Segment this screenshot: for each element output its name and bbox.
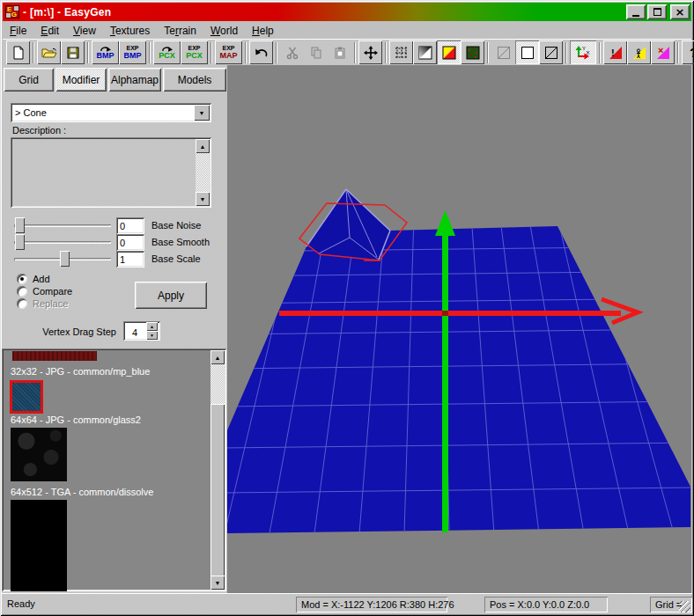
error-check-button[interactable]: × — [651, 40, 675, 64]
move-vertex-button[interactable] — [358, 40, 382, 64]
base-noise-slider[interactable] — [14, 216, 111, 234]
tab-alphamap[interactable]: Alphamap — [108, 68, 161, 92]
radio-compare-label: Compare — [33, 286, 72, 297]
arrow-up-icon: ▲ — [150, 324, 154, 329]
chevron-down-icon: ▼ — [199, 110, 205, 116]
menu-view[interactable]: View — [66, 23, 103, 39]
description-label: Description : — [12, 125, 66, 136]
modifier-preset-combobox[interactable]: > Cone ▼ — [11, 103, 211, 122]
title-bar: E G - [m:\] - EasyGen × — [3, 3, 691, 21]
scroll-down-button[interactable]: ▼ — [210, 576, 225, 590]
base-noise-label: Base Noise — [151, 220, 201, 231]
cut-button[interactable] — [280, 40, 304, 64]
texture-thumbnail[interactable] — [11, 500, 67, 591]
undo-button[interactable] — [249, 40, 273, 64]
undo-arrow-icon — [255, 47, 269, 59]
menu-world[interactable]: World — [203, 23, 245, 39]
apply-button[interactable]: Apply — [135, 282, 207, 309]
terrain-mesh[interactable] — [227, 189, 690, 533]
scroll-down-button[interactable]: ▼ — [196, 192, 210, 206]
texture-caption: 32x32 - JPG - common/mp_blue — [11, 366, 150, 377]
base-noise-value[interactable] — [116, 217, 144, 234]
base-noise-slider-thumb[interactable] — [15, 217, 25, 233]
svg-text:Y: Y — [582, 46, 586, 51]
menu-help[interactable]: Help — [245, 23, 281, 39]
texture-thumbnail-partial[interactable] — [12, 351, 97, 361]
radio-add[interactable]: Add — [17, 273, 50, 284]
export-bmp-button[interactable]: EXP BMP — [119, 40, 146, 64]
check-warnings-button[interactable]: ! — [603, 40, 627, 64]
minimize-button[interactable] — [626, 4, 646, 19]
radio-replace: Replace — [17, 297, 68, 309]
save-button[interactable] — [61, 40, 85, 64]
combobox-dropdown-button[interactable]: ▼ — [194, 105, 210, 121]
copy-button[interactable] — [304, 40, 328, 64]
menu-edit[interactable]: Edit — [33, 23, 66, 39]
svg-text:X: X — [587, 50, 590, 55]
menu-textures[interactable]: Textures — [103, 23, 157, 39]
base-smooth-value[interactable] — [116, 234, 144, 251]
left-panel: Grid Modifier Alphamap Models > Cone ▼ D… — [2, 65, 227, 593]
radio-replace-label: Replace — [33, 298, 68, 309]
tab-grid[interactable]: Grid — [4, 68, 54, 92]
svg-text:!: ! — [611, 48, 615, 58]
close-button[interactable]: × — [670, 4, 690, 19]
help-icon: ? — [690, 45, 694, 60]
base-scale-slider-thumb[interactable] — [60, 251, 70, 267]
spin-up-button[interactable]: ▲ — [146, 322, 158, 331]
radio-compare[interactable]: Compare — [17, 285, 72, 297]
easygen-logo-icon: E G — [5, 5, 19, 18]
diagonal-square-button[interactable] — [539, 40, 563, 64]
color-view-button[interactable] — [437, 40, 461, 64]
scrollbar-thumb[interactable] — [210, 404, 225, 576]
player-clip-button[interactable] — [627, 40, 651, 64]
radio-selected-icon — [17, 274, 27, 284]
base-smooth-slider[interactable] — [14, 233, 111, 251]
tab-modifier[interactable]: Modifier — [55, 68, 107, 92]
help-button[interactable]: ? — [682, 40, 694, 64]
paste-button[interactable] — [328, 40, 351, 64]
minimize-icon — [632, 15, 639, 17]
new-button[interactable] — [6, 40, 30, 64]
texture-list[interactable]: 32x32 - JPG - common/mp_blue 64x64 - JPG… — [2, 348, 226, 591]
status-bar: Ready Mod = X:-1122 Y:1206 R:380 H:276 P… — [2, 593, 692, 614]
tab-models[interactable]: Models — [163, 68, 226, 92]
import-bmp-button[interactable]: BMP — [92, 40, 119, 64]
vertex-drag-step-spinner[interactable]: ▲ ▼ — [123, 321, 160, 341]
texture-view-button[interactable] — [461, 40, 484, 64]
move-cross-icon — [364, 46, 378, 60]
base-smooth-slider-thumb[interactable] — [15, 234, 25, 250]
texture-thumbnail-selected[interactable] — [10, 380, 43, 414]
diagonal-square-icon — [544, 46, 558, 60]
scroll-up-button[interactable]: ▲ — [210, 350, 225, 364]
open-button[interactable] — [37, 40, 61, 64]
scroll-up-button[interactable]: ▲ — [196, 139, 210, 153]
paste-clipboard-icon — [333, 46, 347, 60]
export-map-button[interactable]: EXP MAP — [215, 40, 242, 64]
wire-alpha-button[interactable] — [491, 40, 515, 64]
base-scale-value[interactable] — [116, 251, 144, 268]
shade-view-button[interactable] — [413, 40, 437, 64]
resize-grip[interactable] — [679, 601, 690, 612]
menu-terrain[interactable]: Terrain — [157, 23, 203, 39]
radio-add-label: Add — [33, 274, 50, 284]
import-pcx-button[interactable]: PCX — [153, 40, 181, 64]
terrain-peak[interactable] — [306, 189, 390, 260]
3d-viewport[interactable] — [227, 65, 691, 593]
maximize-button[interactable] — [647, 4, 667, 19]
texture-caption: 64x512 - TGA - common/dissolve — [11, 487, 153, 497]
solid-square-button[interactable] — [515, 40, 539, 64]
show-axes-button[interactable]: YX — [570, 40, 596, 64]
description-textarea[interactable]: ▲ ▼ — [11, 137, 211, 208]
vertex-drag-step-input[interactable] — [123, 321, 146, 341]
arrow-down-icon: ▼ — [215, 580, 221, 586]
base-scale-slider[interactable] — [14, 250, 111, 268]
grid-view-button[interactable] — [389, 40, 413, 64]
texture-list-scrollbar[interactable]: ▲ ▼ — [210, 350, 225, 590]
spin-down-button[interactable]: ▼ — [146, 331, 158, 340]
export-pcx-button[interactable]: EXP PCX — [181, 40, 208, 64]
menu-file[interactable]: File — [3, 23, 33, 39]
description-scrollbar[interactable]: ▲ ▼ — [196, 139, 210, 206]
texture-thumbnail[interactable] — [11, 428, 67, 481]
vertex-drag-step-label: Vertex Drag Step — [28, 326, 116, 337]
